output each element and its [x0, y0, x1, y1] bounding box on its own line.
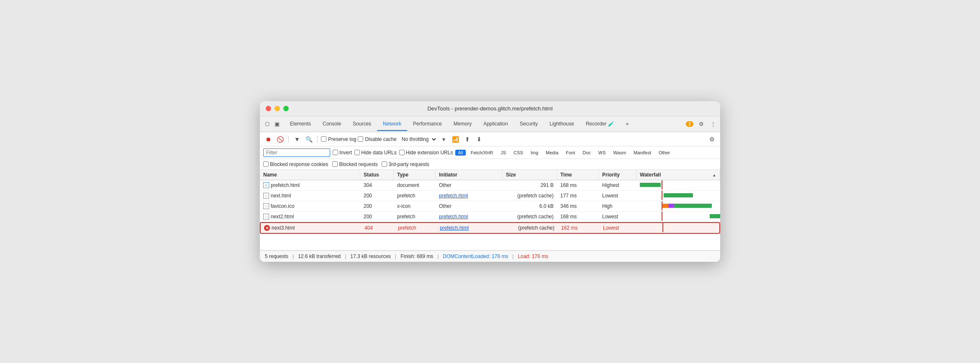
preserve-log-text: Preserve log [328, 136, 356, 142]
tab-sources[interactable]: Sources [347, 118, 377, 131]
table-row-error[interactable]: ✕ next3.html 404 prefetch prefetch.html … [260, 222, 720, 234]
disable-cache-label[interactable]: Disable cache [358, 136, 396, 142]
invert-checkbox-label[interactable]: Invert [333, 150, 352, 156]
cell-name: □ next.html [260, 191, 360, 201]
settings-icon[interactable]: ⚙ [698, 120, 705, 128]
cell-size: (prefetch cache) [503, 223, 558, 233]
cell-status: 200 [360, 201, 394, 211]
network-settings-icon[interactable]: ⚙ [707, 134, 717, 144]
blocked-cookies-checkbox[interactable] [263, 161, 269, 167]
wifi-icon: 📶 [451, 134, 461, 144]
tab-network[interactable]: Network [377, 118, 407, 131]
type-ws-btn[interactable]: WS [596, 150, 608, 156]
close-button[interactable] [266, 106, 271, 111]
cell-initiator[interactable]: prefetch.html [436, 223, 503, 233]
tab-more[interactable]: » [620, 118, 635, 131]
filter-input[interactable] [263, 148, 330, 157]
clear-button[interactable]: 🚫 [275, 134, 285, 144]
header-size[interactable]: Size [503, 170, 557, 180]
tab-lighthouse[interactable]: Lighthouse [544, 118, 580, 131]
hide-ext-urls-checkbox[interactable] [399, 150, 405, 155]
cell-priority: Lowest [599, 191, 636, 201]
invert-checkbox[interactable] [333, 150, 338, 155]
cell-priority: High [599, 201, 636, 211]
wf-bar-green [674, 204, 712, 208]
blocked-cookies-label[interactable]: Blocked response cookies [263, 161, 328, 167]
hide-data-urls-checkbox[interactable] [354, 150, 360, 155]
sep3: | [395, 253, 396, 259]
header-waterfall[interactable]: Waterfall ▲ [636, 170, 720, 180]
header-name[interactable]: Name [260, 170, 360, 180]
blocked-cookies-text: Blocked response cookies [270, 161, 328, 167]
file-icon: □ [263, 193, 269, 199]
minimize-button[interactable] [275, 106, 280, 111]
header-time[interactable]: Time [557, 170, 599, 180]
row-filename: prefetch.html [271, 182, 300, 188]
preserve-log-checkbox[interactable] [321, 136, 326, 142]
tab-performance[interactable]: Performance [407, 118, 448, 131]
cell-status: 304 [360, 180, 394, 190]
cell-time: 177 ms [557, 191, 599, 201]
upload-icon[interactable]: ⬆ [462, 134, 472, 144]
type-all-btn[interactable]: All [455, 150, 465, 156]
hide-ext-urls-text: Hide extension URLs [406, 150, 453, 156]
table-row[interactable]: □ favicon.ico 200 x-icon Other 6.0 kB 34… [260, 201, 720, 212]
download-icon[interactable]: ⬇ [474, 134, 484, 144]
search-button[interactable]: 🔍 [304, 134, 314, 144]
device-icon[interactable]: ▣ [273, 120, 281, 128]
tab-recorder[interactable]: Recorder 🧪 [580, 118, 620, 131]
third-party-label[interactable]: 3rd-party requests [382, 161, 429, 167]
type-font-btn[interactable]: Font [563, 150, 577, 156]
tab-security[interactable]: Security [514, 118, 544, 131]
tab-elements[interactable]: Elements [284, 118, 317, 131]
header-type[interactable]: Type [394, 170, 436, 180]
table-row[interactable]: □ next.html 200 prefetch prefetch.html (… [260, 191, 720, 201]
third-party-text: 3rd-party requests [388, 161, 429, 167]
tab-memory[interactable]: Memory [448, 118, 477, 131]
preserve-log-label[interactable]: Preserve log [321, 136, 356, 142]
cell-initiator: Other [436, 180, 503, 190]
type-css-btn[interactable]: CSS [511, 150, 526, 156]
throttle-select[interactable]: No throttling [398, 135, 437, 143]
hide-data-urls-label[interactable]: Hide data URLs [354, 150, 397, 156]
cell-waterfall [636, 180, 720, 189]
type-img-btn[interactable]: Img [528, 150, 541, 156]
type-other-btn[interactable]: Other [656, 150, 673, 156]
third-party-checkbox[interactable] [382, 161, 387, 167]
cell-type: prefetch [394, 191, 436, 201]
tab-console[interactable]: Console [317, 118, 347, 131]
cell-name: ≡ prefetch.html [260, 180, 360, 190]
type-media-btn[interactable]: Media [543, 150, 561, 156]
throttle-arrow-icon[interactable]: ▾ [439, 134, 449, 144]
wf-bar-green [640, 183, 661, 187]
inspect-icon[interactable]: ⬡ [263, 120, 271, 128]
filter-icon-button[interactable]: ▼ [292, 134, 302, 144]
table-row[interactable]: □ next2.html 200 prefetch prefetch.html … [260, 212, 720, 222]
header-priority[interactable]: Priority [599, 170, 636, 180]
type-fetch-btn[interactable]: Fetch/XHR [468, 150, 496, 156]
type-doc-btn[interactable]: Doc [580, 150, 593, 156]
hide-ext-urls-label[interactable]: Hide extension URLs [399, 150, 453, 156]
cell-size: 6.0 kB [503, 201, 557, 211]
more-options-icon[interactable]: ⋮ [709, 120, 717, 128]
cell-type: x-icon [394, 201, 436, 211]
cell-time: 346 ms [557, 201, 599, 211]
record-button[interactable]: ⏺ [263, 134, 273, 144]
tab-application[interactable]: Application [477, 118, 514, 131]
blocked-requests-label[interactable]: Blocked requests [332, 161, 377, 167]
type-js-btn[interactable]: JS [498, 150, 509, 156]
maximize-button[interactable] [283, 106, 289, 111]
cell-initiator[interactable]: prefetch.html [436, 212, 503, 222]
status-finish: Finish: 689 ms [400, 253, 433, 259]
table-row[interactable]: ≡ prefetch.html 304 document Other 291 B… [260, 180, 720, 191]
header-status[interactable]: Status [360, 170, 394, 180]
doc-icon: ≡ [263, 182, 269, 188]
type-wasm-btn[interactable]: Wasm [611, 150, 629, 156]
cell-initiator[interactable]: prefetch.html [436, 191, 503, 201]
status-requests: 5 requests [265, 253, 288, 259]
hide-data-urls-text: Hide data URLs [361, 150, 397, 156]
type-manifest-btn[interactable]: Manifest [631, 150, 654, 156]
disable-cache-checkbox[interactable] [358, 136, 363, 142]
header-initiator[interactable]: Initiator [436, 170, 503, 180]
blocked-requests-checkbox[interactable] [332, 161, 338, 167]
